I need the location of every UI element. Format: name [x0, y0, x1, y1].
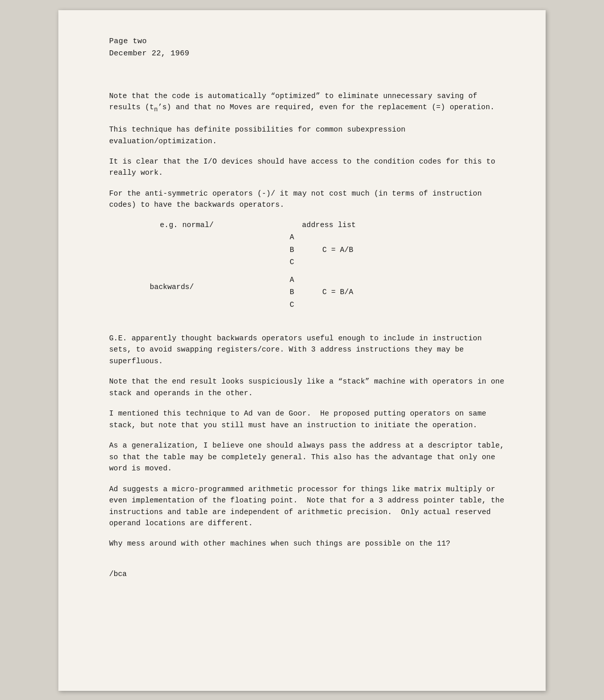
footer-signature: /bca: [109, 570, 505, 578]
paragraph-7: I mentioned this technique to Ad van de …: [109, 408, 505, 431]
eq-normal: C = A/B: [322, 244, 353, 257]
table-label-backwards: backwards/: [119, 283, 272, 291]
paragraph-1: Note that the code is automatically “opt…: [109, 90, 505, 115]
row-normal-c: C: [282, 256, 302, 269]
paragraph-6: Note that the end result looks suspiciou…: [109, 376, 505, 399]
table-col-normal: e.g. normal/: [160, 221, 272, 229]
row-normal-b: B: [282, 244, 302, 257]
paragraph-2: This technique has definite possibilitie…: [109, 124, 505, 147]
row-back-a: A: [282, 274, 302, 287]
operators-table: e.g. normal/ address list backwards/ A: [109, 221, 505, 323]
table-col-address: address list: [302, 221, 356, 229]
paragraph-4: For the anti-symmetric operators (-)/ it…: [109, 188, 505, 211]
paragraph-10: Why mess around with other machines when…: [109, 538, 505, 549]
page-content: Note that the code is automatically “opt…: [109, 90, 505, 550]
page-header: Page two December 22, 1969: [109, 36, 505, 60]
paragraph-8: As a generalization, I believe one shoul…: [109, 440, 505, 474]
eq-backwards: C = B/A: [322, 286, 353, 299]
header-line2: December 22, 1969: [109, 48, 505, 60]
row-back-c: C: [282, 299, 302, 311]
header-line1: Page two: [109, 36, 505, 48]
page: Page two December 22, 1969 Note that the…: [58, 10, 546, 691]
paragraph-5: G.E. apparently thought backwards operat…: [109, 333, 505, 367]
row-back-b: B: [282, 286, 302, 299]
paragraph-9: Ad suggests a micro-programmed arithmeti…: [109, 484, 505, 529]
paragraph-3: It is clear that the I/O devices should …: [109, 156, 505, 179]
row-normal-a: A: [282, 231, 302, 244]
